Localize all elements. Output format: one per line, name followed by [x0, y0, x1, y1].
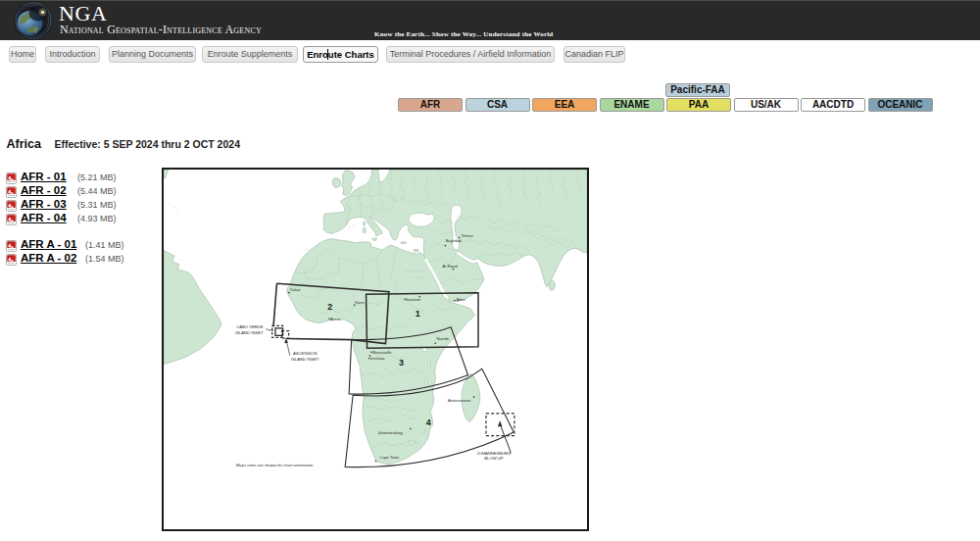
svg-text:Khartoum: Khartoum	[404, 297, 421, 302]
svg-text:ASCENSION: ASCENSION	[293, 351, 318, 356]
svg-text:Baghdad: Baghdad	[446, 238, 462, 243]
svg-text:Brazzaville: Brazzaville	[372, 350, 392, 355]
svg-text:ISLAND INSET: ISLAND INSET	[291, 357, 319, 362]
svg-text:Ar Riyad: Ar Riyad	[443, 264, 458, 269]
svg-text:Kano: Kano	[355, 300, 365, 305]
svg-text:CABO VERDE: CABO VERDE	[236, 324, 264, 329]
svg-text:Major cities are shown for cha: Major cities are shown for chart orienta…	[236, 463, 315, 467]
svg-text:Johannesburg: Johannesburg	[377, 430, 402, 435]
svg-text:4: 4	[426, 418, 431, 427]
svg-text:Tehran: Tehran	[461, 233, 472, 238]
svg-text:Aden: Aden	[456, 297, 465, 302]
svg-text:Cape Town: Cape Town	[380, 455, 400, 460]
svg-text:Kinshasa: Kinshasa	[368, 356, 385, 361]
svg-text:1: 1	[416, 309, 420, 319]
svg-text:Nairobi: Nairobi	[436, 336, 449, 341]
svg-text:JOHANNESBURG: JOHANNESBURG	[477, 451, 512, 456]
svg-text:Dakar: Dakar	[290, 287, 301, 292]
svg-text:Antananarivo: Antananarivo	[448, 398, 471, 403]
svg-text:BLOW UP: BLOW UP	[484, 456, 503, 461]
svg-text:Accra: Accra	[330, 317, 341, 321]
svg-text:2: 2	[327, 302, 332, 312]
svg-text:ISLAND INSET: ISLAND INSET	[235, 330, 264, 335]
svg-text:3: 3	[399, 358, 404, 368]
